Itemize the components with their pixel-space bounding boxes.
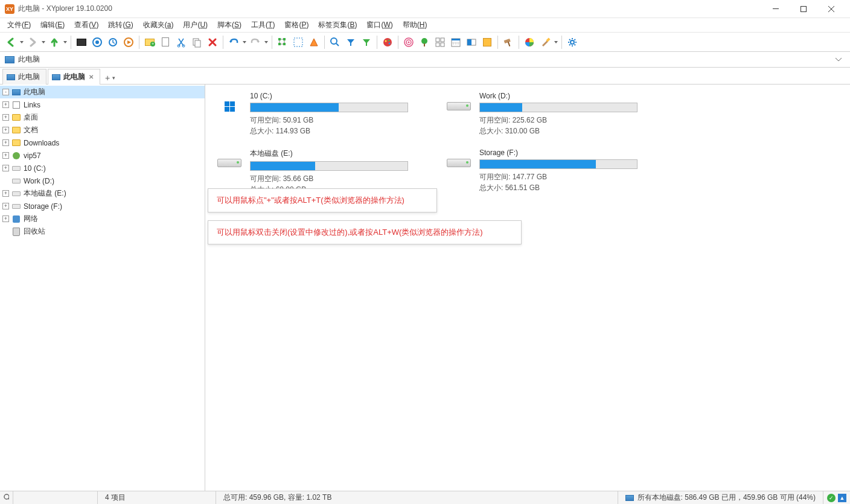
svg-rect-25 [436, 38, 439, 42]
new-folder-icon[interactable]: + [142, 35, 157, 49]
forward-button[interactable] [25, 35, 40, 49]
hammer-icon[interactable] [501, 35, 516, 49]
address-text[interactable]: 此电脑 [18, 54, 832, 65]
menu-w[interactable]: 窗口(W) [362, 19, 397, 31]
tab-icon [52, 74, 60, 80]
tree-item-1[interactable]: +Links [0, 98, 205, 111]
tree-expander[interactable]: + [2, 165, 9, 171]
monitor-icon[interactable] [74, 35, 89, 49]
tree-item-2[interactable]: +桌面 [0, 111, 205, 124]
tree-item-0[interactable]: -此电脑 [0, 86, 205, 98]
tree-expander[interactable]: + [2, 101, 9, 108]
back-button[interactable] [4, 35, 18, 49]
tree-view-icon[interactable] [275, 35, 290, 49]
tree-expander[interactable]: + [2, 203, 9, 209]
drive-usage-bar [479, 159, 638, 169]
tree-expander[interactable]: + [2, 114, 9, 121]
status-ok-icon[interactable]: ✓ [827, 494, 836, 502]
menu-e[interactable]: 编辑(E) [36, 19, 69, 31]
spiral-icon[interactable] [401, 35, 416, 49]
svg-rect-13 [283, 43, 286, 45]
split-icon[interactable] [464, 35, 479, 49]
target-icon[interactable] [90, 35, 104, 49]
undo-icon[interactable] [226, 35, 241, 49]
copy-icon[interactable] [190, 35, 204, 49]
back-dropdown[interactable] [19, 41, 24, 43]
menu-b[interactable]: 标签页集(B) [313, 19, 362, 31]
maximize-button[interactable] [790, 0, 817, 18]
delete-icon[interactable] [205, 35, 220, 49]
tree-item-4[interactable]: +Downloads [0, 136, 205, 149]
close-button[interactable] [817, 0, 845, 18]
address-dropdown[interactable] [832, 58, 845, 62]
tab-0[interactable]: 此电脑 [2, 69, 46, 85]
undo-dropdown[interactable] [242, 41, 247, 43]
play-icon[interactable] [121, 35, 136, 49]
tree-item-7[interactable]: Work (D:) [0, 174, 205, 187]
folder-tree[interactable]: -此电脑+Links+桌面+文档+Downloads+vip57+10 (C:)… [0, 85, 205, 491]
pizza-icon[interactable] [307, 35, 321, 49]
cut-icon[interactable] [174, 35, 188, 49]
tree-expander[interactable]: + [2, 215, 9, 222]
menu-s[interactable]: 脚本(S) [212, 19, 246, 31]
menu-u[interactable]: 用户(U) [178, 19, 212, 31]
refresh-icon[interactable] [106, 35, 120, 49]
new-file-icon[interactable] [158, 35, 173, 49]
menu-a[interactable]: 收藏夹(a) [138, 19, 179, 31]
filter-icon[interactable] [344, 35, 358, 49]
tab-add-button[interactable]: +▾ [101, 72, 119, 84]
redo-dropdown[interactable] [264, 41, 269, 43]
tree-label: Downloads [24, 139, 59, 147]
tree-expander[interactable]: + [2, 127, 9, 133]
annotation-1: 可以用鼠标双击关闭(设置中修改过的),或者按ALT+W(类似浏览器的操作方法) [208, 220, 522, 244]
tree-item-8[interactable]: +本地磁盘 (E:) [0, 187, 205, 200]
drive-card-0[interactable]: 10 (C:)可用空间: 50.91 GB总大小: 114.93 GB [215, 92, 408, 136]
address-bar[interactable]: 此电脑 [0, 52, 850, 68]
filter-green-icon[interactable] [359, 35, 374, 49]
brush-dropdown[interactable] [554, 41, 558, 43]
search-icon[interactable] [328, 35, 342, 49]
tree-green-icon[interactable] [417, 35, 432, 49]
tab-1[interactable]: 此电脑✕ [48, 69, 100, 85]
minimize-button[interactable] [762, 0, 790, 18]
tree-item-6[interactable]: +10 (C:) [0, 162, 205, 174]
brush-icon[interactable] [538, 35, 552, 49]
up-button[interactable] [47, 35, 62, 49]
menu-f[interactable]: 文件(F) [2, 19, 36, 31]
menu-h[interactable]: 帮助(H) [398, 19, 432, 31]
forward-dropdown[interactable] [41, 41, 46, 43]
tree-item-10[interactable]: +网络 [0, 212, 205, 225]
svg-rect-30 [452, 39, 460, 40]
drive-card-3[interactable]: Storage (F:)可用空间: 147.77 GB总大小: 561.51 G… [444, 148, 638, 195]
status-search-icon[interactable] [0, 491, 13, 504]
location-icon [5, 56, 14, 63]
tree-item-3[interactable]: +文档 [0, 124, 205, 136]
grid-icon[interactable] [433, 35, 447, 49]
calendar-icon[interactable] [449, 35, 463, 49]
menu-g[interactable]: 跳转(G) [103, 19, 138, 31]
tree-item-11[interactable]: 回收站 [0, 225, 205, 238]
status-up-icon[interactable]: ▲ [838, 494, 846, 502]
content-pane[interactable]: 10 (C:)可用空间: 50.91 GB总大小: 114.93 GBWork … [205, 85, 850, 491]
svg-point-16 [383, 38, 392, 46]
tree-expander[interactable]: + [2, 139, 9, 146]
select-icon[interactable] [291, 35, 305, 49]
tree-expander[interactable]: - [2, 89, 9, 95]
tab-close-icon[interactable]: ✕ [89, 74, 94, 80]
note-icon[interactable] [480, 35, 494, 49]
up-dropdown[interactable] [63, 41, 68, 43]
tree-expander[interactable]: + [2, 152, 9, 159]
tree-label: 文档 [24, 125, 38, 135]
tree-expander[interactable]: + [2, 190, 9, 197]
settings-icon[interactable] [565, 35, 580, 49]
redo-icon[interactable] [248, 35, 263, 49]
drive-card-1[interactable]: Work (D:)可用空间: 225.62 GB总大小: 310.00 GB [444, 92, 638, 136]
color-wheel-icon[interactable] [522, 35, 537, 49]
palette-icon[interactable] [380, 35, 395, 49]
menu-p[interactable]: 窗格(P) [280, 19, 313, 31]
tree-item-9[interactable]: +Storage (F:) [0, 200, 205, 212]
tree-item-5[interactable]: +vip57 [0, 149, 205, 162]
svg-rect-28 [441, 43, 444, 46]
menu-t[interactable]: 工具(T) [246, 19, 280, 31]
menu-v[interactable]: 查看(V) [69, 19, 103, 31]
